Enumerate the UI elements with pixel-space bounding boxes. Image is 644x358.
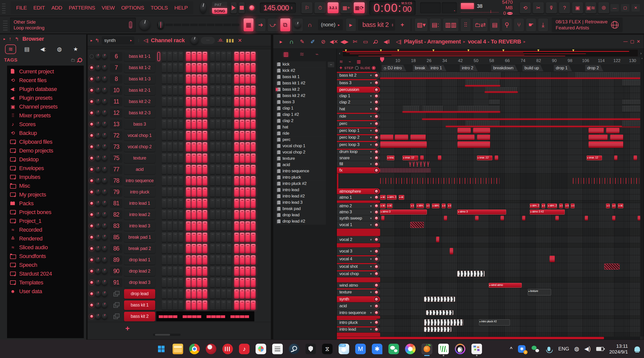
browser-item-plugin-database[interactable]: ◀: Plugin database <box>7 85 84 93</box>
track-dropdown-icon[interactable]: ▼ <box>370 238 372 241</box>
channel-volume-knob[interactable] <box>102 178 107 183</box>
step-14[interactable] <box>240 63 245 72</box>
track-header-perc-loop-2[interactable]: perc loop 2 ▼ <box>337 134 380 141</box>
clip-dense[interactable] <box>380 178 501 184</box>
channel-mute-led[interactable] <box>90 179 94 183</box>
track-header-synth[interactable]: synth <box>337 296 380 302</box>
step-16[interactable] <box>251 165 256 174</box>
clip-note[interactable] <box>424 327 451 332</box>
touch-controller-button[interactable]: ☛ <box>526 18 536 32</box>
clip-audio[interactable] <box>588 135 608 140</box>
language-indicator[interactable]: ENG <box>558 346 569 352</box>
step-10[interactable] <box>216 300 220 310</box>
step-5[interactable] <box>186 142 191 151</box>
grid-row[interactable] <box>380 134 644 141</box>
step-7[interactable] <box>197 154 202 163</box>
channel-number[interactable]: 73 <box>110 142 123 151</box>
step-11[interactable] <box>221 97 226 106</box>
step-11[interactable] <box>221 63 226 72</box>
taskbar-file-explorer-icon[interactable] <box>173 344 183 354</box>
channel-pan-knob[interactable] <box>95 167 101 172</box>
step-7[interactable] <box>197 97 202 106</box>
maximize-button[interactable]: ▢ <box>621 4 629 12</box>
pat-song-toggle[interactable]: PAT SONG <box>212 2 227 14</box>
channel-mute-led[interactable] <box>90 77 94 81</box>
step-15[interactable] <box>245 131 250 140</box>
plugin-picker-button[interactable]: ⚲ <box>502 18 512 32</box>
step-6[interactable] <box>191 131 196 140</box>
channel-button[interactable]: vocal chop 1 <box>124 131 155 140</box>
step-11[interactable] <box>221 86 226 95</box>
browser-collapse-icon[interactable]: ▸ <box>4 37 6 41</box>
clip-audio[interactable] <box>438 156 441 160</box>
playlist-close-icon[interactable]: ✕ <box>637 39 640 44</box>
step-9[interactable] <box>210 176 215 185</box>
step-12[interactable] <box>227 52 231 61</box>
step-1[interactable] <box>162 199 167 208</box>
clip-label-atmo-3[interactable]: atmo 3 <box>457 210 506 215</box>
step-4[interactable] <box>178 52 183 61</box>
channel-pan-knob[interactable] <box>95 88 101 93</box>
channel-volume-knob[interactable] <box>102 223 107 229</box>
menu-help[interactable]: HELP <box>174 5 188 11</box>
mixer-view-button[interactable]: ⫶⫶ <box>460 18 471 32</box>
track-mute-led[interactable] <box>374 216 379 220</box>
track-dropdown-icon[interactable]: ▼ <box>370 129 372 132</box>
step-10[interactable] <box>216 63 220 72</box>
folder-view-icon[interactable]: 🗀︎ <box>71 58 75 63</box>
clock-panel[interactable]: ◔ <box>442 2 457 13</box>
rack-swing-knob[interactable] <box>191 37 198 44</box>
step-12[interactable] <box>227 233 231 242</box>
picker-pattern-perc[interactable]: perc <box>276 137 326 143</box>
step-13[interactable] <box>234 187 239 197</box>
titlebar-grip[interactable] <box>2 2 6 13</box>
track-header-acid[interactable]: acid ▼ <box>337 302 380 310</box>
search-icon[interactable] <box>78 58 82 62</box>
step-12[interactable] <box>227 187 231 197</box>
step-sequencer[interactable] <box>162 108 256 118</box>
step-9[interactable] <box>210 300 215 310</box>
channel-number[interactable]: 72 <box>110 131 123 140</box>
track-header-fill[interactable]: fill ▼ <box>337 161 380 167</box>
clip-label-at-2[interactable]: at..2 <box>565 203 569 208</box>
step-12[interactable] <box>227 165 231 174</box>
rack-filter-selector[interactable]: synth ▸ <box>102 36 134 44</box>
step-6[interactable] <box>191 244 196 253</box>
step-13[interactable] <box>234 300 239 310</box>
channel-pan-knob[interactable] <box>95 99 101 104</box>
step-12[interactable] <box>227 199 231 208</box>
add-channel-plus-button[interactable]: + <box>125 324 130 333</box>
channel-mute-led[interactable] <box>90 54 94 59</box>
channel-button[interactable]: bass kit 1 <box>124 300 155 310</box>
clip-audio[interactable] <box>436 237 440 242</box>
taskbar-shimo-docs-icon[interactable] <box>272 344 283 354</box>
clip-audio[interactable] <box>420 156 424 160</box>
rack-close-icon[interactable]: ✕ <box>238 37 242 43</box>
step-12[interactable] <box>227 267 231 276</box>
step-5[interactable] <box>186 63 191 72</box>
rack-undo-icon[interactable]: ↰ <box>95 37 99 43</box>
step-sequencer[interactable] <box>162 120 256 129</box>
step-13[interactable] <box>234 199 239 208</box>
clip-label-at-2[interactable]: at..2 <box>542 203 545 208</box>
step-15[interactable] <box>245 210 250 219</box>
step-6[interactable] <box>191 278 196 287</box>
step-16[interactable] <box>251 278 256 287</box>
step-4[interactable] <box>178 142 183 151</box>
step-7[interactable] <box>197 233 202 242</box>
step-14[interactable] <box>240 244 245 253</box>
step-1[interactable] <box>162 165 167 174</box>
automation-mode-icon[interactable]: ⌁ <box>348 59 351 64</box>
step-5[interactable] <box>186 244 191 253</box>
grid-row[interactable] <box>380 302 644 310</box>
grid-row[interactable] <box>380 127 644 134</box>
menu-file[interactable]: FILE <box>16 5 27 11</box>
taskbar-live-anime-app-icon[interactable] <box>339 344 349 354</box>
playlist-vertical-scrollbar[interactable]: ^ <box>640 57 644 336</box>
step-11[interactable] <box>221 233 226 242</box>
picker-pattern-clap-1-2[interactable]: clap 1 #2 <box>276 112 326 118</box>
step-4[interactable] <box>178 255 183 265</box>
taskbar-steam-icon[interactable] <box>289 344 299 354</box>
piano-roll-view-button[interactable]: ▤: <box>429 18 441 32</box>
step-6[interactable] <box>191 176 196 185</box>
